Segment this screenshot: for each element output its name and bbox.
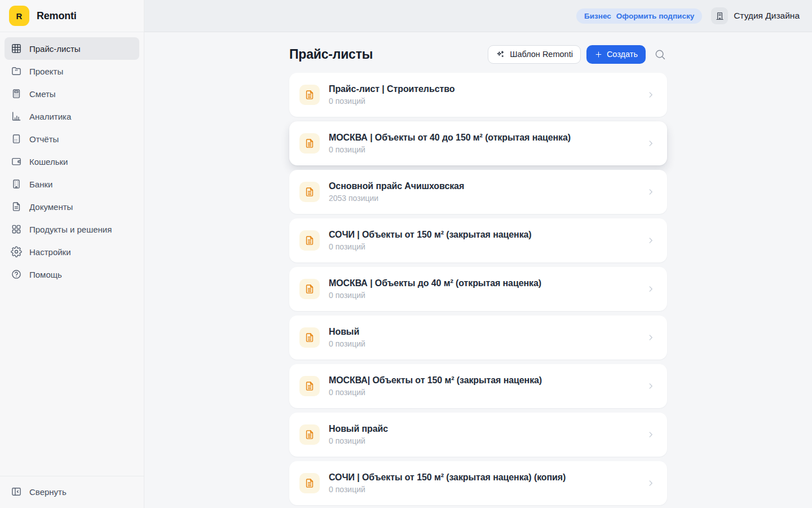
sidebar-item-label: Банки — [29, 179, 52, 189]
subscription-badge[interactable]: Бизнес Оформить подписку — [576, 8, 702, 24]
chevron-right-icon — [646, 235, 656, 246]
price-list-title: МОСКВА | Объекты от 40 до 150 м² (открыт… — [329, 133, 646, 143]
price-list-card[interactable]: СОЧИ | Объекты от 150 м² (закрытая нацен… — [289, 461, 667, 505]
topbar: Бизнес Оформить подписку Студия Дизайна — [144, 0, 812, 32]
price-list-count: 0 позиций — [329, 242, 646, 251]
search-icon — [654, 49, 666, 60]
sidebar-item-projects[interactable]: Проекты — [5, 60, 139, 82]
sidebar-item-analytics[interactable]: Аналитика — [5, 105, 139, 128]
price-list-count: 0 позиций — [329, 145, 646, 154]
price-list-card[interactable]: МОСКВА | Объекты от 40 до 150 м² (открыт… — [289, 121, 667, 165]
card-text: Новый прайс 0 позиций — [329, 424, 646, 445]
price-doc-icon — [299, 230, 320, 251]
subscribe-link[interactable]: Оформить подписку — [616, 12, 694, 20]
icon-grid — [11, 43, 22, 54]
page-header: Прайс-листы Шаблон Remonti Создать — [289, 45, 667, 64]
icon-help — [11, 269, 22, 280]
price-doc-icon — [299, 327, 320, 348]
icon-bank — [11, 178, 22, 190]
icon-settings — [11, 246, 22, 257]
chevron-right-icon — [646, 90, 656, 100]
price-list-card[interactable]: СОЧИ | Объекты от 150 м² (закрытая нацен… — [289, 218, 667, 262]
price-list-card[interactable]: МОСКВА| Объекты от 150 м² (закрытая наце… — [289, 364, 667, 408]
price-list-count: 0 позиций — [329, 485, 646, 494]
account-menu[interactable]: Студия Дизайна — [711, 7, 800, 24]
price-list-card[interactable]: МОСКВА | Объекты до 40 м² (открытая наце… — [289, 267, 667, 311]
template-remonti-button[interactable]: Шаблон Remonti — [488, 45, 581, 64]
chevron-right-icon — [646, 187, 656, 197]
sidebar-nav: Прайс-листы Проекты Сметы Аналитика Отчё… — [0, 32, 144, 286]
price-list-title: Новый — [329, 327, 646, 337]
price-list-count: 0 позиций — [329, 97, 646, 106]
page-title: Прайс-листы — [289, 47, 373, 62]
account-name: Студия Дизайна — [734, 11, 800, 21]
collapse-label: Свернуть — [29, 487, 67, 497]
main-area: Бизнес Оформить подписку Студия Дизайна … — [144, 0, 812, 508]
price-list-title: МОСКВА| Объекты от 150 м² (закрытая наце… — [329, 375, 646, 386]
price-list-card[interactable]: Новый 0 позиций — [289, 316, 667, 360]
icon-calculator — [11, 88, 22, 99]
sidebar-item-label: Аналитика — [29, 112, 71, 121]
collapse-sidebar-button[interactable]: Свернуть — [5, 480, 139, 503]
sidebar-item-price-lists[interactable]: Прайс-листы — [5, 37, 139, 60]
price-list-count: 0 позиций — [329, 388, 646, 397]
logo[interactable]: R Remonti — [0, 0, 144, 32]
sidebar-item-label: Кошельки — [29, 157, 68, 167]
icon-analytics — [11, 111, 22, 122]
chevron-right-icon — [646, 430, 656, 440]
price-list-count: 0 позиций — [329, 291, 646, 300]
card-text: МОСКВА| Объекты от 150 м² (закрытая наце… — [329, 375, 646, 397]
sidebar-item-label: Продукты и решения — [29, 225, 112, 234]
price-list-card[interactable]: Основной прайс Ачишховская 2053 позиции — [289, 170, 667, 214]
price-list-title: Прайс-лист | Строительство — [329, 84, 646, 94]
card-text: СОЧИ | Объекты от 150 м² (закрытая нацен… — [329, 230, 646, 251]
price-list-count: 0 позиций — [329, 339, 646, 348]
sidebar-spacer — [0, 286, 144, 476]
sidebar-item-help[interactable]: Помощь — [5, 263, 139, 286]
price-list-count: 0 позиций — [329, 436, 646, 445]
icon-folder — [11, 65, 22, 77]
sidebar: R Remonti Прайс-листы Проекты Сметы Анал… — [0, 0, 144, 508]
collapse-icon — [11, 486, 22, 497]
search-button[interactable] — [653, 47, 667, 62]
create-button-label: Создать — [607, 50, 638, 59]
sidebar-item-label: Сметы — [29, 89, 56, 99]
sidebar-item-settings[interactable]: Настройки — [5, 240, 139, 263]
price-lists: Прайс-лист | Строительство 0 позиций МОС… — [289, 73, 667, 505]
sidebar-item-reports[interactable]: Отчёты — [5, 128, 139, 150]
price-doc-icon — [299, 133, 320, 154]
price-list-title: МОСКВА | Объекты до 40 м² (открытая наце… — [329, 278, 646, 288]
plus-icon — [594, 50, 603, 59]
price-list-title: СОЧИ | Объекты от 150 м² (закрытая нацен… — [329, 472, 646, 483]
card-text: МОСКВА | Объекты до 40 м² (открытая наце… — [329, 278, 646, 300]
icon-document — [11, 201, 22, 212]
plan-label: Бизнес — [584, 12, 611, 20]
card-text: Основной прайс Ачишховская 2053 позиции — [329, 181, 646, 203]
price-list-title: СОЧИ | Объекты от 150 м² (закрытая нацен… — [329, 230, 646, 240]
sidebar-item-documents[interactable]: Документы — [5, 195, 139, 218]
icon-wallet — [11, 156, 22, 167]
organization-icon — [711, 7, 728, 24]
price-list-card[interactable]: Прайс-лист | Строительство 0 позиций — [289, 73, 667, 117]
price-doc-icon — [299, 424, 320, 445]
sidebar-item-banks[interactable]: Банки — [5, 173, 139, 195]
sidebar-item-estimates[interactable]: Сметы — [5, 82, 139, 105]
price-doc-icon — [299, 182, 320, 202]
create-button[interactable]: Создать — [586, 45, 646, 64]
sidebar-item-label: Документы — [29, 202, 73, 212]
price-list-card[interactable]: Новый прайс 0 позиций — [289, 413, 667, 457]
chevron-right-icon — [646, 478, 656, 488]
template-button-label: Шаблон Remonti — [510, 50, 573, 59]
sidebar-item-label: Прайс-листы — [29, 44, 81, 54]
price-list-title: Новый прайс — [329, 424, 646, 434]
sidebar-item-products[interactable]: Продукты и решения — [5, 218, 139, 240]
sidebar-item-wallets[interactable]: Кошельки — [5, 150, 139, 173]
icon-products — [11, 224, 22, 235]
sidebar-footer: Свернуть — [0, 476, 144, 508]
card-text: Прайс-лист | Строительство 0 позиций — [329, 84, 646, 106]
chevron-right-icon — [646, 332, 656, 343]
price-doc-icon — [299, 279, 320, 299]
chevron-right-icon — [646, 138, 656, 148]
chevron-right-icon — [646, 381, 656, 391]
icon-report — [11, 133, 22, 144]
